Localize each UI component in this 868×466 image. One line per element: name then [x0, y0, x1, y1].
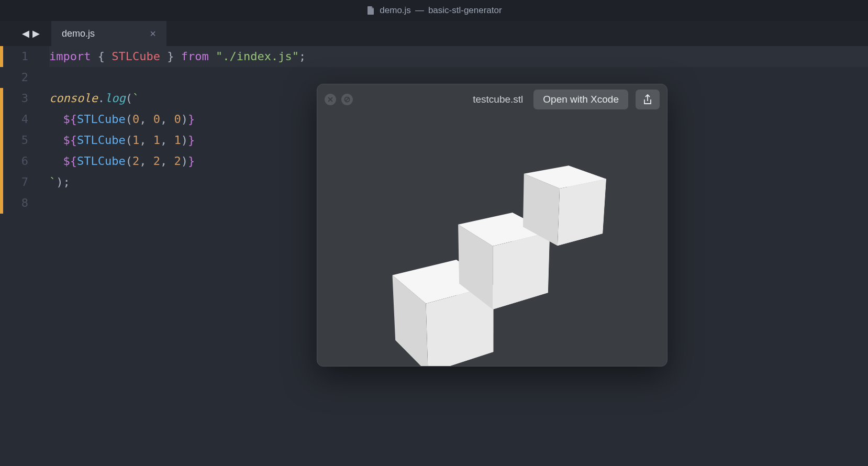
nav-forward-icon[interactable]: ▶ [31, 28, 41, 39]
line-number: 7 [3, 172, 28, 193]
titlebar-separator: — [415, 5, 424, 16]
cube [540, 172, 587, 236]
line-number: 2 [3, 67, 28, 88]
tab-bar: ◀ ▶ demo.js × [0, 21, 868, 46]
disabled-button [341, 94, 353, 105]
line-number: 6 [3, 151, 28, 172]
file-icon [366, 6, 375, 15]
quicklook-preview[interactable] [317, 115, 667, 366]
3d-scene [317, 115, 667, 366]
close-icon[interactable]: × [150, 28, 156, 40]
line-number: 1 [3, 46, 28, 67]
quicklook-window[interactable]: testcube.stl Open with Xcode [317, 84, 667, 367]
open-with-button[interactable]: Open with Xcode [533, 90, 628, 109]
quicklook-filename: testcube.stl [360, 94, 526, 105]
gutter: 12345678 [0, 46, 43, 466]
line-number: 5 [3, 130, 28, 151]
share-button[interactable] [636, 90, 660, 109]
window-titlebar: demo.js — basic-stl-generator [0, 0, 868, 21]
tab-label: demo.js [62, 28, 95, 39]
tab-demo-js[interactable]: demo.js × [51, 21, 166, 46]
close-button[interactable] [325, 94, 336, 105]
titlebar-filename: demo.js [380, 5, 411, 16]
cube [475, 222, 530, 296]
titlebar-project: basic-stl-generator [428, 5, 502, 16]
nav-back-icon[interactable]: ◀ [21, 28, 30, 39]
share-icon [643, 94, 652, 105]
line-number: 3 [3, 88, 28, 109]
line-number: 4 [3, 109, 28, 130]
quicklook-header: testcube.stl Open with Xcode [317, 84, 667, 115]
line-number: 8 [3, 193, 28, 214]
quicklook-controls [325, 94, 353, 105]
nav-arrows: ◀ ▶ [21, 21, 51, 46]
code-line[interactable]: import { STLCube } from "./index.js"; [49, 46, 868, 67]
